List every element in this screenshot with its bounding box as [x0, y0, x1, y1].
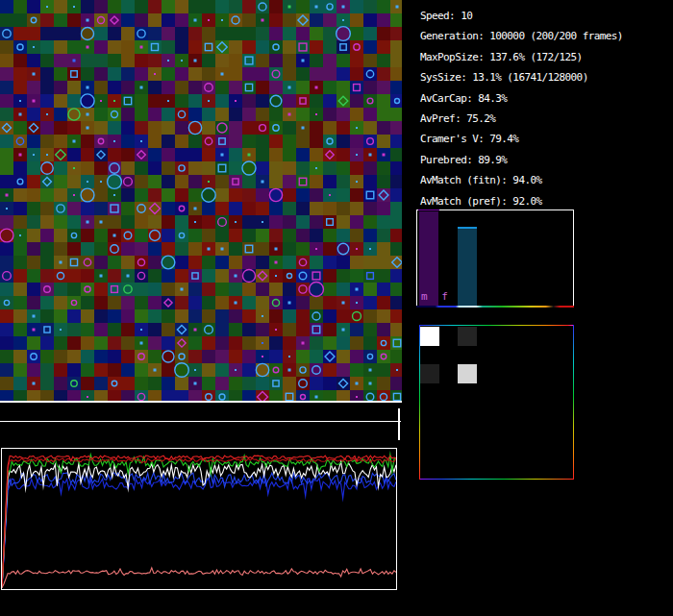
histogram-bar-cap — [458, 227, 477, 229]
history-chart-canvas — [2, 449, 396, 589]
matrix-border-top — [419, 325, 574, 326]
matrix-cell — [420, 364, 439, 383]
histogram-top-accent — [418, 209, 439, 210]
matrix-cell — [420, 327, 439, 346]
match-matrix — [419, 325, 574, 480]
stat-line: AvPref: 75.2% — [420, 109, 623, 129]
stats-panel: Speed: 10Generation: 100000 (200/200 fra… — [420, 6, 623, 211]
stat-line: AvMatch (fitn): 94.0% — [420, 170, 623, 190]
stat-line: Purebred: 89.9% — [420, 150, 623, 170]
matrix-border-left — [419, 325, 420, 480]
histogram-bar-female — [458, 227, 477, 306]
matrix-cell — [458, 327, 477, 346]
stat-line: AvCarCap: 84.3% — [420, 88, 623, 109]
world-canvas[interactable] — [0, 0, 402, 402]
trait-histogram: m f — [416, 209, 574, 306]
stat-line: SysSize: 13.1% (16741/128000) — [420, 67, 623, 87]
histogram-mf-label: m f — [421, 290, 452, 303]
histogram-hue-axis — [416, 306, 574, 308]
stat-line: MaxPopSize: 137.6% (172/125) — [420, 47, 623, 67]
matrix-border-bottom — [419, 479, 574, 480]
frame-slider-track[interactable] — [0, 421, 401, 422]
stat-line: Generation: 100000 (200/200 frames) — [420, 26, 623, 46]
matrix-cell — [458, 364, 477, 383]
matrix-border-right — [573, 325, 574, 480]
frame-slider-handle[interactable] — [398, 408, 400, 440]
stat-line: AvMatch (pref): 92.0% — [420, 191, 623, 211]
history-chart — [1, 448, 397, 590]
world-bottom-border — [0, 401, 402, 403]
stat-line: Speed: 10 — [420, 6, 623, 26]
stat-line: Cramer's V: 79.4% — [420, 129, 623, 149]
